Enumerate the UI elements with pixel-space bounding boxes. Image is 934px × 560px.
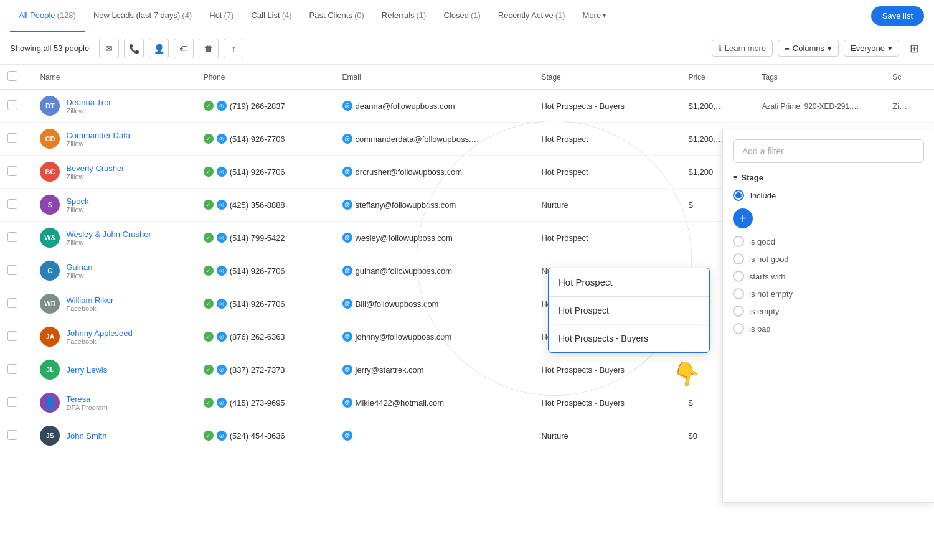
phone-number[interactable]: (876) 262-6363 xyxy=(230,332,285,342)
radio-starts-with[interactable] xyxy=(733,271,744,282)
phone-number[interactable]: (837) 272-7373 xyxy=(230,365,285,375)
phone-cell: ✓ ◎ (514) 926-7706 xyxy=(204,299,328,309)
phone-number[interactable]: (514) 926-7706 xyxy=(230,299,285,309)
add-person-icon: 👤 xyxy=(154,44,164,54)
tab-past-clients[interactable]: Past Clients (0) xyxy=(301,0,373,32)
email-cell: @ commanderdata@followupboss.… xyxy=(342,134,527,144)
filter-search-input[interactable] xyxy=(733,139,924,163)
phone-number[interactable]: (719) 266-2837 xyxy=(230,101,285,111)
select-all-checkbox[interactable] xyxy=(7,71,17,81)
tab-label: Hot xyxy=(209,11,222,20)
row-checkbox[interactable] xyxy=(7,364,17,374)
tab-hot[interactable]: Hot (7) xyxy=(200,0,242,32)
phone-cell: ✓ ◎ (425) 356-8888 xyxy=(204,200,328,210)
person-name[interactable]: Guinan xyxy=(66,263,92,272)
phone-number[interactable]: (514) 926-7706 xyxy=(230,134,285,144)
email-address[interactable]: guinan@followupboss.com xyxy=(356,266,453,276)
person-name[interactable]: Beverly Crusher xyxy=(66,164,124,173)
row-checkbox[interactable] xyxy=(7,199,17,209)
filter-option-include[interactable]: include xyxy=(733,190,924,201)
person-name[interactable]: John Smith xyxy=(66,431,106,441)
add-filter-plus-button[interactable]: + xyxy=(733,208,753,228)
everyone-button[interactable]: Everyone ▾ xyxy=(844,40,899,57)
radio-is-bad[interactable] xyxy=(733,323,744,334)
tab-call-list[interactable]: Call List (4) xyxy=(242,0,300,32)
columns-button[interactable]: ≡ Columns ▾ xyxy=(778,40,839,57)
email-address[interactable]: Bill@followupboss.com xyxy=(356,299,439,309)
email-action-button[interactable]: ✉ xyxy=(99,39,119,58)
phone-cell: ✓ ◎ (837) 272-7373 xyxy=(204,365,328,375)
phone-green-icon: ✓ xyxy=(204,266,214,276)
hot-prospect-option-2[interactable]: Hot Prospects - Buyers xyxy=(549,325,709,352)
radio-is-good[interactable] xyxy=(733,236,744,247)
phone-action-button[interactable]: 📞 xyxy=(124,39,144,58)
person-name[interactable]: Teresa xyxy=(66,394,107,404)
phone-green-icon: ✓ xyxy=(204,365,214,375)
tab-new-leads[interactable]: New Leads (last 7 days) (4) xyxy=(85,0,200,32)
email-address[interactable]: commanderdata@followupboss.… xyxy=(356,134,479,144)
email-address[interactable]: steffany@followupboss.com xyxy=(356,200,456,210)
email-address[interactable]: johnny@followupboss.com xyxy=(356,332,452,342)
person-name[interactable]: Deanna Troi xyxy=(66,98,110,107)
col-header-stage: Stage xyxy=(534,65,681,90)
row-checkbox[interactable] xyxy=(7,298,17,308)
main-content: Name Phone Email Stage Price Tags Sc DT … xyxy=(0,65,934,452)
phone-blue-icon: ◎ xyxy=(217,332,227,342)
radio-is-not-empty[interactable] xyxy=(733,288,744,299)
row-checkbox[interactable] xyxy=(7,430,17,440)
phone-green-icon: ✓ xyxy=(204,233,214,243)
email-address[interactable]: jerry@startrek.com xyxy=(356,365,424,375)
phone-number[interactable]: (514) 799-5422 xyxy=(230,233,285,243)
tab-recently-active[interactable]: Recently Active (1) xyxy=(489,0,574,32)
email-icon: @ xyxy=(342,200,352,210)
hot-prospect-search-input[interactable] xyxy=(549,268,709,297)
row-checkbox[interactable] xyxy=(7,265,17,275)
email-address[interactable]: wesley@followupboss.com xyxy=(356,233,453,243)
row-checkbox[interactable] xyxy=(7,100,17,110)
phone-number[interactable]: (524) 454-3636 xyxy=(230,431,285,441)
radio-is-not-good[interactable] xyxy=(733,253,744,264)
name-cell: S Spock Zillow xyxy=(40,195,188,215)
tab-more[interactable]: More ▾ xyxy=(574,0,615,32)
email-address[interactable]: drcrusher@followupboss.com xyxy=(356,167,462,177)
row-checkbox[interactable] xyxy=(7,166,17,176)
export-icon: ↑ xyxy=(232,44,236,54)
phone-number[interactable]: (514) 926-7706 xyxy=(230,167,285,177)
row-checkbox[interactable] xyxy=(7,133,17,143)
hot-prospect-option-1[interactable]: Hot Prospect xyxy=(549,297,709,325)
person-name[interactable]: Commander Data xyxy=(66,131,130,140)
learn-more-button[interactable]: ℹ Learn more xyxy=(712,40,773,57)
name-cell: W& Wesley & John Crusher Zillow xyxy=(40,228,188,248)
delete-button[interactable]: 🗑 xyxy=(199,39,219,58)
person-name[interactable]: Jerry Lewis xyxy=(66,365,107,375)
email-address[interactable]: deanna@followupboss.com xyxy=(356,101,455,111)
filter-button[interactable]: ⊞ xyxy=(904,39,924,58)
person-name[interactable]: Spock xyxy=(66,197,88,206)
row-checkbox[interactable] xyxy=(7,397,17,407)
row-checkbox[interactable] xyxy=(7,331,17,341)
tag-button[interactable]: 🏷 xyxy=(174,39,194,58)
phone-number[interactable]: (514) 926-7706 xyxy=(230,266,285,276)
stage-filter-option-is-not-good: is not good xyxy=(749,254,789,264)
person-name[interactable]: Johnny Appleseed xyxy=(66,329,132,338)
tab-label: More xyxy=(583,11,601,20)
phone-number[interactable]: (415) 273-9695 xyxy=(230,398,285,408)
tab-referrals[interactable]: Referrals (1) xyxy=(373,0,435,32)
phone-number[interactable]: (425) 356-8888 xyxy=(230,200,285,210)
tab-closed[interactable]: Closed (1) xyxy=(435,0,489,32)
person-name[interactable]: William Riker xyxy=(66,296,113,305)
radio-include[interactable] xyxy=(733,190,744,201)
add-person-button[interactable]: 👤 xyxy=(149,39,169,58)
save-list-button[interactable]: Save list xyxy=(871,6,924,26)
phone-green-icon: ✓ xyxy=(204,200,214,210)
radio-is-empty[interactable] xyxy=(733,306,744,317)
export-button[interactable]: ↑ xyxy=(224,39,243,58)
table-row: DT Deanna Troi Zillow ✓ ◎ (719) 266-2837… xyxy=(0,90,934,123)
email-address[interactable]: Mikie4422@hotmail.com xyxy=(356,398,445,408)
row-checkbox[interactable] xyxy=(7,232,17,242)
name-cell: JL Jerry Lewis xyxy=(40,360,188,380)
filter-icon: ⊞ xyxy=(910,42,919,55)
person-name[interactable]: Wesley & John Crusher xyxy=(66,230,151,239)
col-header-name: Name xyxy=(32,65,196,90)
tab-all-people[interactable]: All People (128) xyxy=(10,0,85,32)
